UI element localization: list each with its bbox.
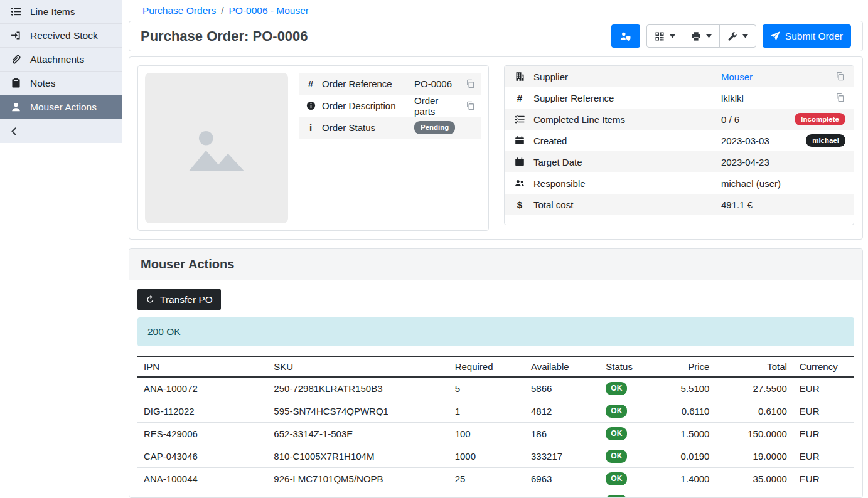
detail-label: Supplier (533, 72, 714, 82)
copy-icon[interactable] (466, 101, 476, 111)
detail-label: Order Description (322, 100, 409, 111)
sidebar-item-received-stock[interactable]: Received Stock (0, 24, 122, 48)
price-cell: 0.0190 (667, 445, 716, 468)
ok-badge: OK (606, 472, 627, 485)
detail-row-order-status: i Order Status Pending (299, 117, 481, 139)
header-sku: SKU (267, 356, 448, 377)
submit-order-label: Submit Order (785, 31, 843, 42)
sidebar-item-notes[interactable]: Notes (0, 72, 122, 95)
order-summary-card: # Order Reference PO-0006 Order Descript… (137, 65, 489, 231)
transfer-po-button[interactable]: Transfer PO (137, 289, 221, 310)
header-required: Required (449, 356, 525, 377)
calendar-icon (513, 135, 527, 146)
sidebar-item-mouser-actions[interactable]: Mouser Actions (0, 95, 122, 119)
detail-value: Order parts (414, 95, 460, 117)
header-available: Available (525, 356, 599, 377)
page-header-panel: Purchase Order: PO-0006 (129, 21, 863, 51)
note-icon (11, 78, 21, 88)
qr-menu-button[interactable] (646, 24, 683, 48)
print-menu-button[interactable] (683, 24, 720, 48)
sku-cell: 250-72981KLRATR150B3 (267, 377, 448, 400)
price-cell: 0.6110 (667, 400, 716, 423)
status-cell: OK (599, 490, 666, 498)
ipn-cell: DIG-112022 (137, 400, 267, 423)
ipn-cell: CAP-043046 (137, 445, 267, 468)
supplier-link[interactable]: Mouser (721, 72, 753, 82)
available-cell: 186 (525, 423, 599, 445)
sku-cell: 652-3314Z-1-503E (267, 423, 448, 445)
available-cell: 6963 (525, 468, 599, 490)
breadcrumb-separator: / (221, 5, 223, 16)
info-circle-icon (305, 101, 316, 110)
caret-down-icon (742, 34, 748, 38)
header-status: Status (599, 356, 666, 377)
table-row: ANA-100072 250-72981KLRATR150B3 5 5866 O… (137, 377, 854, 400)
currency-cell: EUR (793, 377, 854, 400)
detail-label: Responsible (533, 178, 714, 189)
total-cell: 150.0000 (715, 423, 793, 445)
currency-cell: EUR (793, 490, 854, 498)
detail-row-supplier-reference: # Supplier Reference lklklkl (505, 87, 854, 109)
sidebar-item-attachments[interactable]: Attachments (0, 48, 122, 72)
copy-icon[interactable] (835, 72, 845, 82)
detail-label: Order Status (322, 122, 409, 133)
sidebar-item-line-items[interactable]: Line Items (0, 0, 122, 24)
submit-order-button[interactable]: Submit Order (763, 24, 851, 48)
status-cell: OK (599, 400, 666, 423)
detail-label: Target Date (533, 157, 714, 167)
sidebar-item-label: Mouser Actions (30, 102, 97, 113)
detail-value: 2023-03-03 (721, 135, 799, 146)
breadcrumb: Purchase Orders / PO-0006 - Mouser (129, 0, 863, 21)
detail-value: 491.1 € (721, 199, 845, 210)
detail-label: Created (533, 135, 714, 146)
ipn-cell: ANA-100044 (137, 468, 267, 490)
currency-cell: EUR (793, 468, 854, 490)
sign-in-icon (11, 30, 21, 41)
required-cell: 25 (449, 468, 525, 490)
user-icon (11, 102, 21, 112)
transfer-po-label: Transfer PO (160, 294, 213, 305)
detail-label: Completed Line Items (533, 114, 714, 125)
order-actions-menu-button[interactable] (719, 24, 756, 48)
detail-value: PO-0006 (414, 78, 460, 89)
currency-cell: EUR (793, 400, 854, 423)
caret-down-icon (670, 34, 675, 38)
breadcrumb-link-purchase-orders[interactable]: Purchase Orders (142, 5, 216, 16)
sidebar-item-label: Received Stock (30, 30, 98, 41)
ipn-cell: ANA-100072 (137, 377, 267, 400)
available-cell: 5866 (525, 377, 599, 400)
order-image-placeholder[interactable] (145, 73, 288, 223)
copy-icon[interactable] (466, 79, 476, 89)
ok-badge: OK (606, 405, 627, 418)
detail-value: Pending (414, 121, 476, 134)
copy-icon[interactable] (835, 93, 845, 103)
price-cell: 1.4000 (667, 468, 716, 490)
list-check-icon (513, 114, 527, 124)
paperclip-icon (11, 54, 21, 65)
detail-value: michael (user) (721, 178, 845, 189)
user-shield-icon (619, 31, 631, 41)
status-cell: OK (599, 377, 666, 400)
hash-icon: # (305, 78, 316, 89)
dollar-icon: $ (513, 199, 527, 210)
total-cell: 268.8400 (715, 490, 793, 498)
paper-plane-icon (771, 31, 780, 41)
barcode-actions-button[interactable] (611, 24, 640, 48)
table-row: SWT-200005 611-110.107.011/0205 47 47 OK… (137, 490, 854, 498)
actions-panel-title: Mouser Actions (129, 249, 862, 280)
status-cell: OK (599, 468, 666, 490)
main-content: Purchase Orders / PO-0006 - Mouser Purch… (122, 0, 868, 498)
breadcrumb-link-po-0006[interactable]: PO-0006 - Mouser (228, 5, 309, 16)
available-cell: 47 (525, 490, 599, 498)
detail-row-completed-line-items: Completed Line Items 0 / 6 Incomplete (505, 109, 854, 130)
required-cell: 100 (449, 423, 525, 445)
printer-icon (691, 31, 701, 41)
sidebar-item-label: Notes (30, 78, 56, 89)
sidebar-collapse-button[interactable] (0, 119, 122, 143)
currency-cell: EUR (793, 445, 854, 468)
status-cell: OK (599, 423, 666, 445)
sidebar-item-label: Line Items (30, 6, 75, 18)
user-badge: michael (806, 134, 845, 147)
required-cell: 5 (449, 377, 525, 400)
status-badge: Pending (414, 121, 455, 134)
